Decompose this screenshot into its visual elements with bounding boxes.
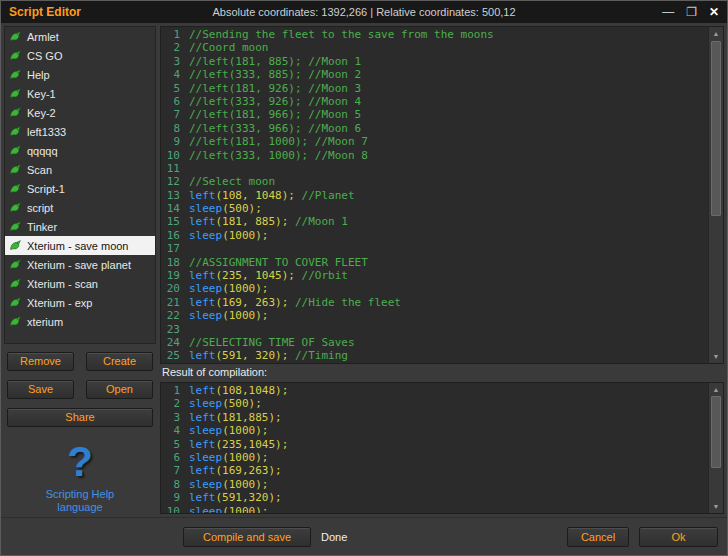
- titlebar[interactable]: Script Editor Absolute coordinates: 1392…: [1, 1, 727, 23]
- ok-button[interactable]: Ok: [639, 527, 718, 547]
- compilation-result-editor[interactable]: 1left(108,1048);2sleep(500);3left(181,88…: [160, 382, 724, 514]
- sidebar-item-label: Script-1: [27, 183, 65, 195]
- sidebar-item-key-1[interactable]: Key-1: [5, 84, 155, 103]
- sidebar-item-cs-go[interactable]: CS GO: [5, 46, 155, 65]
- code-line: 8//left(333, 966); //Moon 6: [161, 122, 708, 135]
- code-text: //left(181, 926); //Moon 3: [189, 82, 361, 95]
- line-number: 1: [161, 28, 189, 41]
- source-code-editor[interactable]: 1//Sending the fleet to the save from th…: [160, 26, 724, 364]
- code-line: 23: [161, 323, 708, 336]
- sidebar-item-tinker[interactable]: Tinker: [5, 217, 155, 236]
- line-number: 22: [161, 309, 189, 322]
- sidebar-item-armlet[interactable]: Armlet: [5, 27, 155, 46]
- code-text: sleep(1000);: [189, 229, 268, 242]
- line-number: 8: [161, 478, 189, 491]
- code-line: 12//Select moon: [161, 175, 708, 188]
- code-line: 4//left(333, 885); //Moon 2: [161, 68, 708, 81]
- code-text: sleep(500);: [189, 397, 262, 410]
- sidebar-item-label: left1333: [27, 126, 66, 138]
- line-number: 23: [161, 323, 189, 336]
- sidebar-item-script[interactable]: script: [5, 198, 155, 217]
- code-line: 25left(591, 320); //Timing: [161, 349, 708, 362]
- create-button[interactable]: Create: [86, 352, 153, 371]
- window-title: Script Editor: [9, 5, 81, 19]
- scroll-down-arrow-icon[interactable]: ▼: [709, 350, 723, 363]
- result-code-area[interactable]: 1left(108,1048);2sleep(500);3left(181,88…: [161, 384, 708, 513]
- content-area: ArmletCS GOHelpKey-1Key-2left1333qqqqqSc…: [1, 23, 727, 517]
- line-number: 5: [161, 82, 189, 95]
- minimize-button[interactable]: —: [662, 1, 674, 23]
- script-actions: Remove Create Save Open Share: [7, 352, 153, 427]
- line-number: 2: [161, 41, 189, 54]
- scripting-help-link[interactable]: Scripting Help language: [4, 488, 156, 514]
- code-text: sleep(1000);: [189, 282, 268, 295]
- sidebar-item-label: xterium: [27, 316, 63, 328]
- code-line: 18//ASSIGNMENT TO COVER FLEET: [161, 256, 708, 269]
- code-text: sleep(1000);: [189, 309, 268, 322]
- result-vertical-scrollbar[interactable]: ▲ ▼: [708, 383, 723, 513]
- script-bird-icon: [9, 125, 22, 138]
- scroll-up-arrow-icon[interactable]: ▲: [709, 383, 723, 396]
- scrollbar-thumb[interactable]: [711, 41, 721, 216]
- sidebar-item-help[interactable]: Help: [5, 65, 155, 84]
- sidebar-item-xterium-exp[interactable]: Xterium - exp: [5, 293, 155, 312]
- line-number: 14: [161, 202, 189, 215]
- script-list[interactable]: ArmletCS GOHelpKey-1Key-2left1333qqqqqSc…: [4, 26, 156, 344]
- code-line: 21left(169, 263); //Hide the fleet: [161, 296, 708, 309]
- scroll-down-arrow-icon[interactable]: ▼: [709, 500, 723, 513]
- line-number: 9: [161, 491, 189, 504]
- line-number: 10: [161, 505, 189, 513]
- help-question-icon[interactable]: ?: [4, 439, 156, 485]
- line-number: 11: [161, 162, 189, 175]
- script-bird-icon: [9, 68, 22, 81]
- code-line: 9left(591,320);: [161, 491, 708, 504]
- code-line: 16sleep(1000);: [161, 229, 708, 242]
- sidebar-item-script-1[interactable]: Script-1: [5, 179, 155, 198]
- sidebar-item-left1333[interactable]: left1333: [5, 122, 155, 141]
- open-button[interactable]: Open: [86, 380, 153, 399]
- line-number: 10: [161, 149, 189, 162]
- cancel-button[interactable]: Cancel: [567, 527, 629, 547]
- code-text: [189, 162, 196, 175]
- sidebar-item-scan[interactable]: Scan: [5, 160, 155, 179]
- source-vertical-scrollbar[interactable]: ▲ ▼: [708, 27, 723, 363]
- source-code-area[interactable]: 1//Sending the fleet to the save from th…: [161, 28, 708, 363]
- line-number: 7: [161, 108, 189, 121]
- sidebar-item-xterium[interactable]: xterium: [5, 312, 155, 331]
- line-number: 9: [161, 135, 189, 148]
- sidebar-item-xterium-save-moon[interactable]: Xterium - save moon: [5, 236, 155, 255]
- code-line: 4sleep(1000);: [161, 424, 708, 437]
- sidebar-item-label: Key-2: [27, 107, 56, 119]
- scrollbar-thumb[interactable]: [711, 396, 721, 468]
- sidebar-item-qqqqq[interactable]: qqqqq: [5, 141, 155, 160]
- maximize-button[interactable]: ❐: [686, 1, 697, 23]
- code-text: left(108, 1048); //Planet: [189, 189, 355, 202]
- compile-and-save-button[interactable]: Compile and save: [183, 527, 311, 547]
- share-button[interactable]: Share: [7, 408, 153, 427]
- sidebar-item-xterium-scan[interactable]: Xterium - scan: [5, 274, 155, 293]
- code-line: 2sleep(500);: [161, 397, 708, 410]
- code-text: left(181,885);: [189, 411, 282, 424]
- scroll-up-arrow-icon[interactable]: ▲: [709, 27, 723, 40]
- script-bird-icon: [9, 87, 22, 100]
- close-button[interactable]: ✕: [709, 1, 719, 23]
- code-line: 20sleep(1000);: [161, 282, 708, 295]
- code-text: //left(333, 1000); //Moon 8: [189, 149, 368, 162]
- save-button[interactable]: Save: [7, 380, 74, 399]
- sidebar-item-label: CS GO: [27, 50, 62, 62]
- code-line: 8sleep(1000);: [161, 478, 708, 491]
- line-number: 4: [161, 68, 189, 81]
- code-line: 2//Coord moon: [161, 41, 708, 54]
- code-text: sleep(1000);: [189, 424, 268, 437]
- remove-button[interactable]: Remove: [7, 352, 74, 371]
- code-text: //left(333, 926); //Moon 4: [189, 95, 361, 108]
- code-text: left(235, 1045); //Orbit: [189, 269, 348, 282]
- line-number: 5: [161, 438, 189, 451]
- code-text: //left(181, 1000); //Moon 7: [189, 135, 368, 148]
- code-text: //ASSIGNMENT TO COVER FLEET: [189, 256, 368, 269]
- line-number: 16: [161, 229, 189, 242]
- sidebar-item-key-2[interactable]: Key-2: [5, 103, 155, 122]
- code-line: 19left(235, 1045); //Orbit: [161, 269, 708, 282]
- sidebar-item-xterium-save-planet[interactable]: Xterium - save planet: [5, 255, 155, 274]
- code-line: 13left(108, 1048); //Planet: [161, 189, 708, 202]
